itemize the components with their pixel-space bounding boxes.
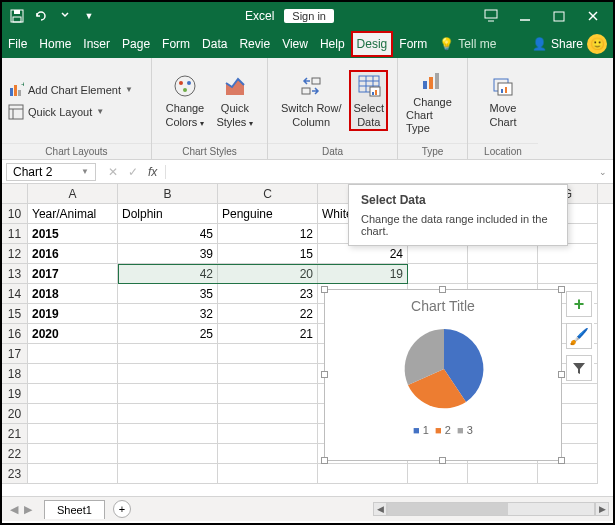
- row-header[interactable]: 16: [2, 324, 28, 344]
- cell[interactable]: 12: [218, 224, 318, 244]
- worksheet[interactable]: A B C D E F G 10Year/AnimalDolphinPengui…: [2, 184, 613, 496]
- chart-title[interactable]: Chart Title: [325, 290, 561, 314]
- chart-elements-button[interactable]: +: [566, 291, 592, 317]
- cell[interactable]: [468, 464, 538, 484]
- scroll-left-icon[interactable]: ◀: [373, 502, 387, 516]
- row-header[interactable]: 20: [2, 404, 28, 424]
- row-header[interactable]: 12: [2, 244, 28, 264]
- close-button[interactable]: [577, 4, 609, 28]
- cell[interactable]: [218, 364, 318, 384]
- change-chart-type-button[interactable]: Change Chart Type: [402, 64, 463, 138]
- sheet-nav-prev[interactable]: ◀: [10, 503, 18, 516]
- cell[interactable]: 20: [218, 264, 318, 284]
- cell[interactable]: [118, 384, 218, 404]
- cell[interactable]: 2020: [28, 324, 118, 344]
- cell[interactable]: [408, 244, 468, 264]
- change-colors-button[interactable]: Change Colors ▾: [162, 70, 209, 130]
- move-chart-button[interactable]: Move Chart: [485, 70, 521, 130]
- cell[interactable]: 2016: [28, 244, 118, 264]
- tab-help[interactable]: Help: [314, 31, 351, 57]
- cell[interactable]: 32: [118, 304, 218, 324]
- cell[interactable]: [218, 344, 318, 364]
- cell[interactable]: [218, 464, 318, 484]
- cell[interactable]: [318, 464, 408, 484]
- row-header[interactable]: 14: [2, 284, 28, 304]
- row-header[interactable]: 11: [2, 224, 28, 244]
- cell[interactable]: 2017: [28, 264, 118, 284]
- tab-page-layout[interactable]: Page: [116, 31, 156, 57]
- scroll-right-icon[interactable]: ▶: [595, 502, 609, 516]
- cell[interactable]: [408, 264, 468, 284]
- cell[interactable]: [28, 384, 118, 404]
- tab-insert[interactable]: Inser: [77, 31, 116, 57]
- cell[interactable]: [118, 364, 218, 384]
- cell[interactable]: 2015: [28, 224, 118, 244]
- cell[interactable]: Penguine: [218, 204, 318, 224]
- horizontal-scrollbar[interactable]: ◀ ▶: [373, 501, 613, 517]
- row-header[interactable]: 22: [2, 444, 28, 464]
- cell[interactable]: Year/Animal: [28, 204, 118, 224]
- cell[interactable]: 19: [318, 264, 408, 284]
- new-sheet-button[interactable]: +: [113, 500, 131, 518]
- tab-home[interactable]: Home: [33, 31, 77, 57]
- tab-view[interactable]: View: [276, 31, 314, 57]
- row-header[interactable]: 15: [2, 304, 28, 324]
- tab-review[interactable]: Revie: [233, 31, 276, 57]
- quick-styles-button[interactable]: Quick Styles ▾: [212, 70, 257, 130]
- cell[interactable]: [28, 444, 118, 464]
- switch-row-column-button[interactable]: Switch Row/ Column: [277, 70, 346, 130]
- select-data-button[interactable]: Select Data: [349, 70, 388, 130]
- cell[interactable]: [118, 424, 218, 444]
- ribbon-options-icon[interactable]: [475, 4, 507, 28]
- expand-formula-icon[interactable]: ⌄: [593, 167, 613, 177]
- name-box[interactable]: Chart 2 ▼: [6, 163, 96, 181]
- minimize-button[interactable]: [509, 4, 541, 28]
- cell[interactable]: 22: [218, 304, 318, 324]
- cell[interactable]: Dolphin: [118, 204, 218, 224]
- cell[interactable]: [218, 444, 318, 464]
- tab-design[interactable]: Desig: [351, 31, 394, 57]
- cancel-icon[interactable]: ✕: [108, 165, 118, 179]
- tab-file[interactable]: File: [2, 31, 33, 57]
- tab-format[interactable]: Form: [393, 31, 433, 57]
- sign-in-button[interactable]: Sign in: [284, 9, 334, 23]
- row-header[interactable]: 13: [2, 264, 28, 284]
- cell[interactable]: 24: [318, 244, 408, 264]
- cell[interactable]: [28, 364, 118, 384]
- share-button[interactable]: 👤 Share: [532, 37, 583, 51]
- tab-formulas[interactable]: Form: [156, 31, 196, 57]
- redo-icon[interactable]: [56, 7, 74, 25]
- column-header[interactable]: C: [218, 184, 318, 203]
- column-header[interactable]: A: [28, 184, 118, 203]
- cell[interactable]: 45: [118, 224, 218, 244]
- cell[interactable]: [468, 244, 538, 264]
- cell[interactable]: [118, 464, 218, 484]
- row-header[interactable]: 23: [2, 464, 28, 484]
- cell[interactable]: 42: [118, 264, 218, 284]
- cell[interactable]: [28, 424, 118, 444]
- maximize-button[interactable]: [543, 4, 575, 28]
- sheet-tab[interactable]: Sheet1: [44, 500, 105, 519]
- cell[interactable]: 21: [218, 324, 318, 344]
- cell[interactable]: [118, 444, 218, 464]
- chart-styles-button[interactable]: 🖌️: [566, 323, 592, 349]
- qat-dropdown-icon[interactable]: ▼: [80, 7, 98, 25]
- cell[interactable]: [218, 404, 318, 424]
- cell[interactable]: 39: [118, 244, 218, 264]
- row-header[interactable]: 19: [2, 384, 28, 404]
- add-chart-element-button[interactable]: + Add Chart Element ▼: [6, 80, 135, 100]
- save-icon[interactable]: [8, 7, 26, 25]
- row-header[interactable]: 18: [2, 364, 28, 384]
- feedback-icon[interactable]: 🙂: [587, 34, 607, 54]
- row-header[interactable]: 10: [2, 204, 28, 224]
- cell[interactable]: [218, 384, 318, 404]
- cell[interactable]: 15: [218, 244, 318, 264]
- tell-me-search[interactable]: 💡 Tell me: [433, 37, 496, 51]
- row-header[interactable]: 17: [2, 344, 28, 364]
- chart-filters-button[interactable]: [566, 355, 592, 381]
- cell[interactable]: [118, 344, 218, 364]
- cell[interactable]: 2018: [28, 284, 118, 304]
- embedded-chart[interactable]: Chart Title ■ 1 ■ 2 ■ 3: [324, 289, 562, 461]
- cell[interactable]: [118, 404, 218, 424]
- tab-data[interactable]: Data: [196, 31, 233, 57]
